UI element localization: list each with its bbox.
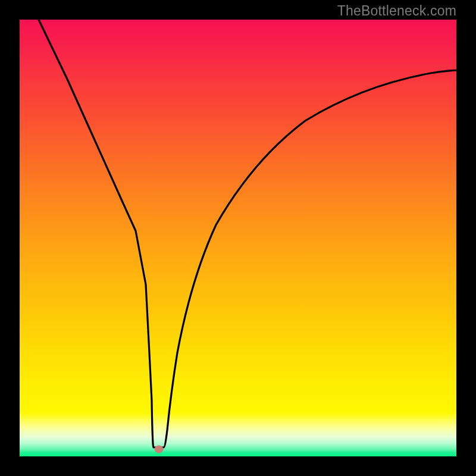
chart-frame: TheBottleneck.com — [0, 0, 476, 476]
bottleneck-curve — [20, 20, 456, 456]
minimum-dot — [155, 446, 164, 453]
watermark-text: TheBottleneck.com — [337, 3, 456, 19]
plot-area — [20, 20, 456, 456]
curve-path — [39, 20, 456, 447]
